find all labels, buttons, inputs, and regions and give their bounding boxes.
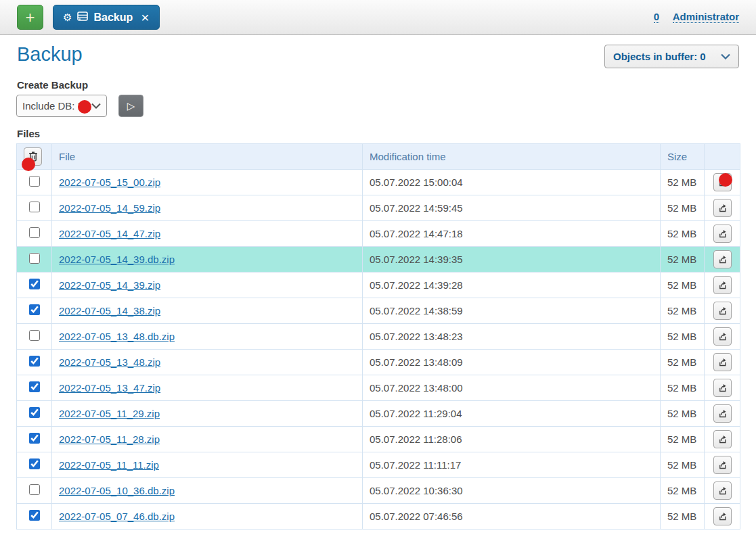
- session-links: 0 Administrator: [654, 11, 739, 22]
- size-cell: 52 MB: [661, 298, 705, 324]
- table-row: 2022-07-05_13_48.db.zip05.07.2022 13:48:…: [17, 324, 740, 350]
- size-cell: 52 MB: [661, 375, 705, 401]
- modification-time-cell: 05.07.2022 14:59:45: [363, 195, 661, 221]
- modification-time-cell: 05.07.2022 07:46:56: [363, 504, 661, 530]
- file-link[interactable]: 2022-07-05_14_39.db.zip: [59, 254, 175, 265]
- file-link[interactable]: 2022-07-05_14_39.zip: [59, 279, 160, 291]
- download-icon: [717, 486, 728, 496]
- row-checkbox[interactable]: [29, 304, 40, 315]
- table-row: 2022-07-05_14_39.db.zip05.07.2022 14:39:…: [17, 247, 740, 273]
- objects-in-buffer-dropdown[interactable]: Objects in buffer: 0: [604, 45, 739, 68]
- table-row: 2022-07-05_07_46.db.zip05.07.2022 07:46:…: [17, 504, 740, 530]
- column-header-size: Size: [661, 144, 705, 170]
- download-button[interactable]: [713, 225, 732, 243]
- modification-time-cell: 05.07.2022 11:11:17: [363, 452, 661, 478]
- size-cell: 52 MB: [661, 478, 705, 504]
- click-indicator: [78, 100, 91, 114]
- size-cell: 52 MB: [661, 350, 705, 375]
- download-icon: [717, 434, 728, 444]
- modification-time-cell: 05.07.2022 10:36:30: [363, 478, 661, 504]
- file-link[interactable]: 2022-07-05_13_48.zip: [59, 356, 160, 368]
- row-checkbox[interactable]: [29, 484, 40, 495]
- chevron-down-icon: [721, 53, 730, 60]
- tab-close-icon[interactable]: ×: [141, 10, 149, 24]
- table-row: 2022-07-05_14_47.zip05.07.2022 14:47:185…: [17, 221, 740, 247]
- notification-count-link[interactable]: 0: [654, 11, 659, 23]
- download-button[interactable]: [713, 327, 732, 346]
- chevron-down-icon: [91, 103, 101, 109]
- row-checkbox[interactable]: [29, 253, 40, 264]
- download-icon: [717, 383, 728, 393]
- file-link[interactable]: 2022-07-05_11_11.zip: [59, 459, 159, 471]
- file-link[interactable]: 2022-07-05_14_47.zip: [59, 228, 160, 239]
- page-title: Backup: [17, 43, 83, 66]
- row-checkbox[interactable]: [29, 330, 40, 341]
- download-icon: [717, 280, 728, 290]
- modification-time-cell: 05.07.2022 14:47:18: [363, 221, 661, 247]
- modification-time-cell: 05.07.2022 15:00:04: [363, 170, 661, 195]
- column-header-modified: Modification time: [363, 144, 661, 170]
- table-row: 2022-07-05_11_11.zip05.07.2022 11:11:175…: [17, 452, 740, 478]
- table-row: 2022-07-05_10_36.db.zip05.07.2022 10:36:…: [17, 478, 740, 504]
- download-icon: [717, 511, 728, 521]
- download-button[interactable]: [713, 250, 732, 268]
- column-header-file: File: [52, 144, 363, 170]
- download-button[interactable]: [713, 430, 732, 448]
- download-button[interactable]: [713, 199, 732, 217]
- download-icon: [717, 460, 728, 470]
- row-checkbox[interactable]: [29, 176, 40, 187]
- file-link[interactable]: 2022-07-05_13_48.db.zip: [59, 331, 175, 342]
- run-backup-button[interactable]: ▷: [118, 95, 143, 117]
- download-button[interactable]: [713, 456, 732, 474]
- row-checkbox[interactable]: [29, 381, 40, 392]
- download-button[interactable]: [713, 353, 732, 371]
- file-link[interactable]: 2022-07-05_14_59.zip: [59, 202, 160, 214]
- row-checkbox[interactable]: [29, 407, 40, 418]
- tab-title: Backup: [93, 11, 133, 24]
- table-row: 2022-07-05_15_00.zip05.07.2022 15:00:045…: [17, 170, 740, 195]
- modification-time-cell: 05.07.2022 13:48:09: [363, 350, 661, 375]
- file-link[interactable]: 2022-07-05_07_46.db.zip: [59, 511, 175, 522]
- modification-time-cell: 05.07.2022 13:48:00: [363, 375, 661, 401]
- download-button[interactable]: [713, 404, 732, 423]
- add-tab-button[interactable]: +: [17, 5, 43, 30]
- row-checkbox[interactable]: [29, 458, 40, 469]
- file-link[interactable]: 2022-07-05_15_00.zip: [59, 177, 160, 188]
- row-checkbox[interactable]: [29, 279, 40, 289]
- row-checkbox[interactable]: [29, 356, 40, 367]
- size-cell: 52 MB: [661, 221, 705, 247]
- administrator-link[interactable]: Administrator: [673, 11, 739, 23]
- tab-backup[interactable]: ⚙ Backup ×: [53, 5, 160, 30]
- download-button[interactable]: [713, 379, 732, 397]
- files-heading: Files: [17, 128, 40, 139]
- click-indicator: [22, 158, 35, 171]
- size-cell: 52 MB: [661, 273, 705, 298]
- modification-time-cell: 05.07.2022 14:39:28: [363, 273, 661, 298]
- column-header-actions: [705, 144, 740, 170]
- file-link[interactable]: 2022-07-05_11_28.zip: [59, 433, 160, 445]
- row-checkbox[interactable]: [29, 433, 40, 444]
- file-link[interactable]: 2022-07-05_11_29.zip: [59, 408, 160, 419]
- table-row: 2022-07-05_11_29.zip05.07.2022 11:29:045…: [17, 401, 740, 427]
- objects-in-buffer-label: Objects in buffer: 0: [613, 51, 721, 62]
- row-checkbox[interactable]: [29, 227, 40, 238]
- modification-time-cell: 05.07.2022 14:39:35: [363, 247, 661, 273]
- include-db-select[interactable]: Include DB: No: [16, 95, 107, 117]
- download-button[interactable]: [713, 481, 732, 500]
- row-checkbox[interactable]: [29, 202, 40, 212]
- download-button[interactable]: [713, 276, 732, 294]
- download-icon: [717, 203, 728, 213]
- size-cell: 52 MB: [661, 504, 705, 530]
- download-button[interactable]: [713, 302, 732, 320]
- download-icon: [717, 357, 728, 367]
- size-cell: 52 MB: [661, 324, 705, 350]
- size-cell: 52 MB: [661, 247, 705, 273]
- download-button[interactable]: [713, 507, 732, 525]
- row-checkbox[interactable]: [29, 510, 40, 521]
- size-cell: 52 MB: [661, 195, 705, 221]
- file-link[interactable]: 2022-07-05_14_38.zip: [59, 305, 160, 316]
- modification-time-cell: 05.07.2022 14:38:59: [363, 298, 661, 324]
- file-link[interactable]: 2022-07-05_10_36.db.zip: [59, 485, 175, 496]
- table-row: 2022-07-05_13_47.zip05.07.2022 13:48:005…: [17, 375, 740, 401]
- file-link[interactable]: 2022-07-05_13_47.zip: [59, 382, 160, 394]
